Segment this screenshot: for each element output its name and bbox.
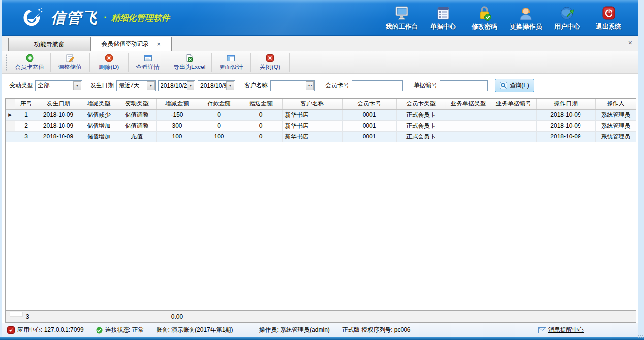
connection-ok-icon [96,327,103,334]
nav-my-workstation[interactable]: 我的工作台 [381,5,422,31]
window-bottom-edge [0,337,644,340]
column-header[interactable]: 会员卡类型 [396,99,446,109]
nav-exit-system[interactable]: 退出系统 [588,5,629,31]
table-row[interactable]: ▶12018-10-09储值减少储值调整-15000新华书店0001正式会员卡2… [6,109,636,120]
date-from-select[interactable]: 2018/10/2 ▼ [158,80,195,91]
table-cell[interactable]: 储值增加 [80,131,118,142]
table-cell[interactable]: 系统管理员 [595,131,636,142]
tab-close-icon[interactable]: × [157,40,161,48]
nav-change-password[interactable]: 修改密码 [464,5,505,31]
column-header[interactable]: 序号 [15,99,37,109]
table-cell[interactable] [491,120,536,131]
table-cell[interactable] [446,120,491,131]
table-cell[interactable]: 新华书店 [282,120,342,131]
customer-lookup-button[interactable]: … [306,81,314,90]
table-cell[interactable]: 3 [15,131,37,142]
row-selector-cell[interactable]: ▶ [6,109,15,120]
table-cell[interactable]: 2018-10-09 [536,131,595,142]
table-cell[interactable]: 正式会员卡 [396,109,446,120]
tab-member-stored-value-records[interactable]: 会员储值变动记录 × [90,37,172,51]
table-cell[interactable]: 储值调整 [118,120,156,131]
nav-label: 我的工作台 [386,22,418,31]
table-cell[interactable]: 100 [156,131,198,142]
row-selector-cell[interactable] [6,120,15,131]
table-cell[interactable]: 0 [240,109,282,120]
column-header[interactable]: 发生日期 [37,99,80,109]
column-header[interactable]: 变动类型 [118,99,156,109]
recharge-card-button[interactable]: 会员卡充值 [9,52,50,73]
column-header[interactable]: 增减类型 [80,99,118,109]
table-cell[interactable]: 0 [240,120,282,131]
nav-switch-operator[interactable]: 更换操作员 [505,5,547,31]
table-cell[interactable]: 2018-10-09 [37,131,80,142]
column-header[interactable]: 会员卡号 [342,99,396,109]
chevron-down-icon[interactable]: ▼ [187,81,194,90]
tab-function-navigator[interactable]: 功能导航窗 [8,38,90,51]
table-cell[interactable]: 充值 [118,131,156,142]
table-cell[interactable]: 2018-10-09 [536,120,595,131]
table-cell[interactable]: 1 [15,109,37,120]
chevron-down-icon[interactable]: ▼ [73,81,81,90]
ui-design-button[interactable]: 界面设计 [212,52,250,73]
date-to-select[interactable]: 2018/10/9 ▼ [198,80,235,91]
date-label: 发生日期 [90,81,114,90]
chevron-down-icon[interactable]: ▼ [226,81,234,90]
table-cell[interactable] [491,109,536,120]
table-cell[interactable]: 2018-10-09 [536,109,595,120]
table-row[interactable]: 32018-10-09储值增加充值1001000新华书店0001正式会员卡201… [6,131,636,142]
search-button[interactable]: 查询(F) [495,79,534,92]
table-cell[interactable]: 0 [198,120,240,131]
nav-document-center[interactable]: 单据中心 [422,5,464,31]
table-cell[interactable]: 0001 [342,109,396,120]
date-range-select[interactable]: 最近7天 ▼ [116,80,156,91]
table-cell[interactable]: 系统管理员 [595,109,636,120]
toolbar-label: 查看详情 [136,63,160,71]
row-selector-cell[interactable] [6,131,15,142]
column-header[interactable]: 业务单据类型 [446,99,491,109]
close-view-button[interactable]: 关闭(Q) [251,52,289,73]
column-header[interactable]: 客户名称 [282,99,342,109]
doc-no-input[interactable] [440,80,488,91]
column-header[interactable]: 存款金额 [198,99,240,109]
table-cell[interactable]: 新华书店 [282,131,342,142]
adjust-stored-value-button[interactable]: 调整储值 [51,52,89,73]
table-cell[interactable]: 0 [240,131,282,142]
column-header[interactable]: 增减金额 [156,99,198,109]
table-cell[interactable]: 储值增加 [80,120,118,131]
toolbar-grip[interactable] [5,54,9,71]
nav-label: 更换操作员 [510,22,542,31]
card-no-input[interactable] [352,80,403,91]
table-cell[interactable]: 2018-10-09 [37,109,80,120]
table-cell[interactable]: 2018-10-09 [37,120,80,131]
table-cell[interactable]: 储值调整 [118,109,156,120]
resize-grip-icon[interactable] [638,334,643,339]
tabstrip-close-icon[interactable]: × [628,39,632,46]
table-cell[interactable]: 储值减少 [80,109,118,120]
table-cell[interactable]: 0001 [342,131,396,142]
view-details-button[interactable]: 查看详情 [129,52,167,73]
change-type-select[interactable]: 全部 ▼ [35,80,82,91]
table-row[interactable]: 22018-10-09储值增加储值调整30000新华书店0001正式会员卡201… [6,120,636,131]
table-cell[interactable]: 0 [198,109,240,120]
table-cell[interactable] [446,109,491,120]
column-header[interactable]: 赠送金额 [240,99,282,109]
table-cell[interactable]: 100 [198,131,240,142]
chevron-down-icon[interactable]: ▼ [147,81,155,90]
column-header[interactable]: 操作日期 [536,99,595,109]
table-cell[interactable]: 系统管理员 [595,120,636,131]
column-header[interactable]: 操作人 [595,99,636,109]
table-cell[interactable]: -150 [156,109,198,120]
column-header[interactable]: 业务单据编号 [491,99,536,109]
table-cell[interactable]: 新华书店 [282,109,342,120]
export-excel-button[interactable]: 导出为Excel [167,52,211,73]
message-center-link[interactable]: 消息提醒中心 [538,326,584,334]
table-cell[interactable] [491,131,536,142]
table-cell[interactable]: 300 [156,120,198,131]
table-cell[interactable] [446,131,491,142]
nav-user-center[interactable]: 用户中心 [547,5,588,31]
table-cell[interactable]: 2 [15,120,37,131]
delete-button[interactable]: 删除(D) [90,52,128,73]
table-cell[interactable]: 0001 [342,120,396,131]
table-cell[interactable]: 正式会员卡 [396,120,446,131]
table-cell[interactable]: 正式会员卡 [396,131,446,142]
